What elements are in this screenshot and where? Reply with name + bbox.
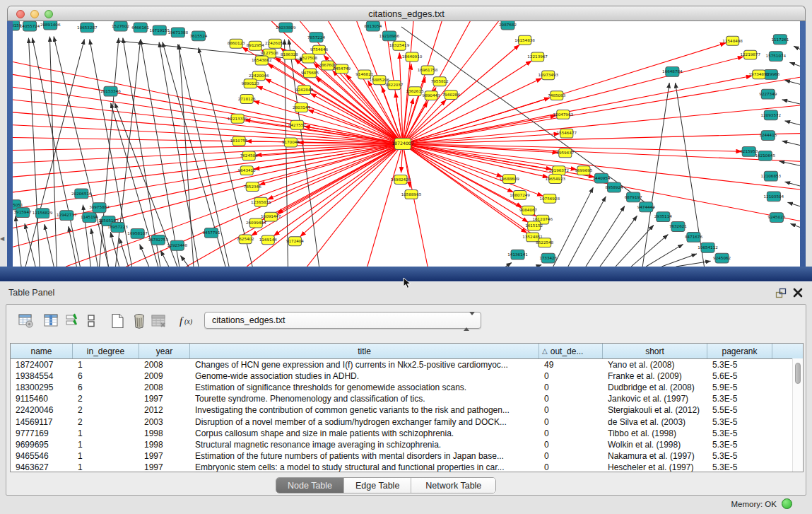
black-edge[interactable] xyxy=(646,244,683,267)
black-edge[interactable] xyxy=(788,202,800,206)
table-cell[interactable]: 1 xyxy=(73,428,139,438)
network-canvas[interactable]: 2093159140557242089140610653287152760264… xyxy=(13,21,800,267)
table-cell[interactable]: 2009 xyxy=(139,371,190,381)
float-panel-icon[interactable] xyxy=(775,288,787,299)
table-row[interactable]: 1830029562008Estimation of significance … xyxy=(11,382,803,393)
table-row[interactable]: 946554611997Estimation of the future num… xyxy=(11,450,803,462)
table-cell[interactable]: 1997 xyxy=(139,451,190,461)
column-header-short[interactable]: short xyxy=(603,344,707,358)
table-cell[interactable]: Tourette syndrome. Phenomenology and cla… xyxy=(190,394,539,404)
red-edge[interactable] xyxy=(66,144,403,267)
table-row[interactable]: 2242004622012Investigating the contribut… xyxy=(11,404,803,416)
table-cell[interactable]: 9115460 xyxy=(11,394,73,404)
black-edge[interactable] xyxy=(119,238,129,267)
table-row[interactable]: 1938455462009Genome-wide association stu… xyxy=(11,370,803,382)
tab-edge-table[interactable]: Edge Table xyxy=(344,478,411,493)
table-cell[interactable]: 0 xyxy=(539,440,603,450)
black-edge[interactable] xyxy=(789,62,800,66)
table-cell[interactable]: 5.3E-5 xyxy=(707,440,772,450)
table-cell[interactable]: 0 xyxy=(539,462,603,472)
table-cell[interactable]: 1998 xyxy=(139,428,190,438)
delete-table-icon[interactable] xyxy=(151,313,167,329)
table-cell[interactable]: 5.3E-5 xyxy=(707,360,772,370)
black-edge[interactable] xyxy=(181,256,189,267)
table-cell[interactable]: 9777169 xyxy=(11,428,73,438)
table-cell[interactable]: 1997 xyxy=(139,462,190,472)
table-cell[interactable]: 19384554 xyxy=(11,371,73,381)
table-cell[interactable]: 0 xyxy=(539,451,603,461)
table-cell[interactable]: 0 xyxy=(539,428,603,438)
table-cell[interactable]: 2 xyxy=(73,405,139,415)
table-cell[interactable]: 2008 xyxy=(139,382,190,392)
table-cell[interactable]: Wolkin et al. (1998) xyxy=(603,440,707,450)
table-cell[interactable]: 5.3E-5 xyxy=(707,394,772,404)
red-edge[interactable] xyxy=(13,87,403,144)
table-cell[interactable]: Hescheler et al. (1997) xyxy=(603,462,707,472)
table-cell[interactable]: 1 xyxy=(73,360,139,370)
black-edge[interactable] xyxy=(25,223,35,267)
red-edge[interactable] xyxy=(247,144,403,267)
table-cell[interactable]: 5.3E-5 xyxy=(707,462,772,472)
table-cell[interactable]: de Silva et al. (2003) xyxy=(603,417,707,427)
black-edge[interactable] xyxy=(45,224,54,267)
table-cell[interactable]: 9463627 xyxy=(11,462,73,472)
black-edge[interactable] xyxy=(676,261,710,267)
black-edge[interactable] xyxy=(111,103,158,267)
table-row[interactable]: 1872400712008Changes of HCN gene express… xyxy=(11,359,803,370)
red-edge[interactable] xyxy=(403,134,800,144)
column-header-title[interactable]: title xyxy=(190,344,539,358)
red-edge[interactable] xyxy=(403,78,542,144)
table-cell[interactable]: Yano et al. (2008) xyxy=(603,360,707,370)
function-builder-icon[interactable]: f (x) xyxy=(178,313,199,329)
table-cell[interactable]: 2 xyxy=(73,417,139,427)
select-rows-icon[interactable] xyxy=(65,313,81,329)
red-edge[interactable] xyxy=(403,134,560,144)
citation-network-graph[interactable]: 2093159140557242089140610653287152760264… xyxy=(13,21,800,267)
black-edge[interactable] xyxy=(794,46,800,49)
black-edge[interactable] xyxy=(16,216,21,267)
table-cell[interactable]: Disruption of a novel member of a sodium… xyxy=(190,417,539,427)
table-cell[interactable]: 1997 xyxy=(139,394,190,404)
table-cell[interactable]: 5.9E-5 xyxy=(707,382,772,392)
column-header-out_de[interactable]: △out_de... xyxy=(539,344,603,358)
black-edge[interactable] xyxy=(69,226,76,267)
table-cell[interactable]: 6 xyxy=(73,371,139,381)
black-edge[interactable] xyxy=(140,245,149,267)
row-height-icon[interactable] xyxy=(84,313,100,329)
table-cell[interactable]: 1998 xyxy=(139,440,190,450)
red-edge[interactable] xyxy=(13,100,403,144)
black-edge[interactable] xyxy=(785,121,800,125)
table-cell[interactable]: Franke et al. (2009) xyxy=(603,371,707,381)
table-cell[interactable]: 22420046 xyxy=(11,405,73,415)
black-edge[interactable] xyxy=(160,250,168,267)
table-cell[interactable]: 1 xyxy=(73,462,139,472)
column-header-year[interactable]: year xyxy=(139,344,190,358)
table-cell[interactable]: 2003 xyxy=(139,417,190,427)
red-edge[interactable] xyxy=(403,144,548,177)
table-cell[interactable]: Jankovic et al. (1997) xyxy=(603,394,707,404)
black-edge[interactable] xyxy=(631,235,668,267)
collapse-panel-icon[interactable]: ◀ xyxy=(0,235,4,242)
table-cell[interactable]: Structural magnetic resonance image aver… xyxy=(190,440,539,450)
black-edge[interactable] xyxy=(642,83,669,267)
table-cell[interactable]: Corpus callosum shape and size in male p… xyxy=(190,428,539,438)
table-cell[interactable]: Estimation of the future numbers of pati… xyxy=(190,451,539,461)
table-cell[interactable]: 0 xyxy=(539,417,603,427)
table-row[interactable]: 1456911722003Disruption of a novel membe… xyxy=(11,416,803,427)
table-cell[interactable]: 1 xyxy=(73,451,139,461)
black-edge[interactable] xyxy=(600,216,637,267)
table-cell[interactable]: 49 xyxy=(539,360,603,370)
black-edge[interactable] xyxy=(114,103,177,267)
black-edge[interactable] xyxy=(785,182,800,186)
table-settings-icon[interactable] xyxy=(18,313,34,329)
black-edge[interactable] xyxy=(110,232,119,267)
table-cell[interactable]: 9699695 xyxy=(11,440,73,450)
table-row[interactable]: 911546021997Tourette syndrome. Phenomeno… xyxy=(11,393,803,404)
black-edge[interactable] xyxy=(91,228,98,267)
black-edge[interactable] xyxy=(779,161,800,165)
red-edge[interactable] xyxy=(403,105,800,144)
table-cell[interactable]: 0 xyxy=(539,394,603,404)
table-cell[interactable]: Dudbridge et al. (2008) xyxy=(603,382,707,392)
table-cell[interactable]: 2 xyxy=(73,394,139,404)
table-cell[interactable]: Nakamura et al. (1997) xyxy=(603,451,707,461)
